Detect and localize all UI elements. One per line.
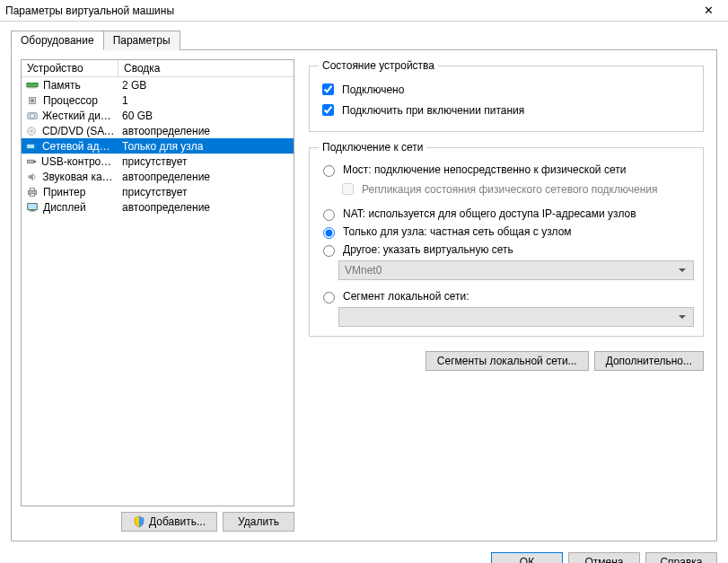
lan-segments-button[interactable]: Сегменты локальной сети...: [425, 351, 589, 371]
close-icon: ✕: [704, 4, 714, 16]
device-row[interactable]: Память2 GB: [22, 77, 294, 92]
device-list[interactable]: Устройство Сводка Память2 GBПроцессор1Же…: [21, 59, 294, 506]
checkbox-connected-label: Подключено: [342, 84, 404, 96]
display-icon: [25, 202, 39, 213]
shield-icon: [133, 515, 145, 528]
tab-hardware[interactable]: Оборудование: [11, 31, 104, 50]
device-row[interactable]: Звуковая картаавтоопределение: [22, 169, 294, 184]
device-name: Жесткий диск...: [42, 110, 115, 122]
ok-button[interactable]: ОК: [491, 552, 563, 563]
advanced-button[interactable]: Дополнительно...: [594, 351, 704, 371]
disk-icon: [25, 110, 39, 121]
svg-point-10: [30, 113, 34, 118]
device-name: CD/DVD (SATA): [42, 125, 115, 137]
checkbox-on-power-label: Подключить при включении питания: [342, 104, 524, 117]
checkbox-replicate-label: Репликация состояния физического сетевог…: [362, 183, 657, 196]
device-list-buttons: Добавить... Удалить: [21, 512, 294, 532]
radio-bridged[interactable]: Мост: подключение непосредственно к физи…: [319, 163, 694, 177]
checkbox-connected[interactable]: Подключено: [319, 81, 694, 98]
device-summary: автоопределение: [118, 201, 294, 214]
tab-parameters[interactable]: Параметры: [103, 31, 180, 50]
usb-icon: [25, 156, 38, 167]
svg-rect-19: [30, 188, 34, 190]
svg-rect-16: [34, 161, 37, 163]
svg-rect-21: [28, 203, 38, 209]
add-device-button[interactable]: Добавить...: [121, 512, 217, 532]
device-name: Звуковая карта: [42, 171, 115, 183]
printer-icon: [25, 187, 39, 198]
svg-rect-15: [28, 160, 34, 163]
device-summary: присутствует: [118, 155, 294, 168]
device-name: Процессор: [43, 94, 98, 107]
device-row[interactable]: Сетевой адап...Только для узла: [22, 138, 294, 154]
left-column: Устройство Сводка Память2 GBПроцессор1Же…: [21, 59, 294, 532]
radio-bridged-label: Мост: подключение непосредственно к физи…: [343, 163, 626, 176]
radio-lansegment[interactable]: Сегмент локальной сети:: [319, 289, 694, 303]
radio-custom[interactable]: Другое: указать виртуальную сеть: [319, 242, 694, 257]
window-title: Параметры виртуальной машины: [5, 4, 689, 17]
radio-custom-label: Другое: указать виртуальную сеть: [343, 243, 513, 256]
device-summary: автоопределение: [118, 125, 294, 137]
device-name: Сетевой адап...: [42, 140, 115, 153]
checkbox-on-power[interactable]: Подключить при включении питания: [319, 101, 694, 119]
close-button[interactable]: ✕: [689, 0, 728, 22]
radio-lansegment-input[interactable]: [323, 292, 335, 303]
svg-rect-1: [28, 86, 29, 88]
device-name: Память: [43, 79, 81, 92]
titlebar: Параметры виртуальной машины ✕: [0, 0, 728, 22]
checkbox-replicate: Репликация состояния физического сетевог…: [338, 180, 694, 198]
svg-marker-17: [28, 172, 32, 180]
remove-device-button[interactable]: Удалить: [223, 512, 294, 532]
nic-icon: [25, 141, 39, 152]
device-summary: 2 GB: [118, 79, 294, 92]
help-button[interactable]: Справка: [645, 552, 717, 563]
device-summary: автоопределение: [118, 171, 294, 183]
network-group: Подключение к сети Мост: подключение неп…: [309, 141, 704, 337]
cd-icon: [25, 126, 39, 136]
checkbox-connected-input[interactable]: [322, 84, 334, 95]
svg-rect-13: [27, 144, 35, 148]
device-row[interactable]: Жесткий диск...60 GB: [22, 108, 294, 123]
device-summary: 1: [118, 94, 294, 107]
radio-bridged-input[interactable]: [323, 165, 335, 177]
device-list-header: Устройство Сводка: [22, 60, 294, 77]
radio-nat-input[interactable]: [323, 209, 335, 221]
device-row[interactable]: CD/DVD (SATA)автоопределение: [22, 123, 294, 138]
sound-icon: [25, 172, 39, 182]
custom-network-combo: VMnet0: [338, 260, 694, 280]
svg-rect-23: [30, 210, 36, 211]
extra-buttons: Сегменты локальной сети... Дополнительно…: [309, 351, 704, 371]
device-row[interactable]: USB-контроллерприсутствует: [22, 154, 294, 169]
radio-hostonly-input[interactable]: [323, 227, 335, 239]
device-row[interactable]: Принтерприсутствует: [22, 184, 294, 199]
header-device[interactable]: Устройство: [22, 60, 118, 76]
right-column: Состояние устройства Подключено Подключи…: [309, 59, 707, 532]
device-summary: Только для узла: [118, 140, 294, 153]
header-summary[interactable]: Сводка: [118, 60, 294, 76]
radio-custom-input[interactable]: [323, 245, 335, 257]
device-name: USB-контроллер: [41, 155, 115, 168]
device-name: Принтер: [43, 186, 85, 198]
tab-body: Устройство Сводка Память2 GBПроцессор1Же…: [11, 49, 717, 541]
checkbox-on-power-input[interactable]: [322, 104, 334, 116]
tab-strip: Оборудование Параметры: [11, 31, 717, 50]
svg-rect-2: [30, 86, 31, 88]
radio-hostonly[interactable]: Только для узла: частная сеть общая с уз…: [319, 224, 694, 239]
custom-network-value: VMnet0: [345, 264, 382, 277]
network-legend: Подключение к сети: [319, 141, 426, 154]
cancel-button[interactable]: Отмена: [568, 552, 640, 563]
lansegment-combo: [338, 307, 694, 327]
device-row[interactable]: Процессор1: [22, 92, 294, 108]
svg-point-12: [31, 129, 32, 131]
device-summary: 60 GB: [118, 110, 294, 122]
cpu-icon: [25, 95, 39, 106]
svg-rect-6: [36, 86, 37, 88]
device-row[interactable]: Дисплейавтоопределение: [22, 199, 294, 215]
device-summary: присутствует: [118, 186, 294, 198]
device-state-legend: Состояние устройства: [319, 59, 438, 72]
svg-rect-22: [31, 209, 34, 210]
svg-rect-3: [31, 86, 31, 88]
radio-hostonly-label: Только для узла: частная сеть общая с уз…: [343, 225, 572, 238]
svg-rect-20: [30, 193, 34, 196]
radio-nat[interactable]: NAT: используется для общего доступа IP-…: [319, 207, 694, 221]
